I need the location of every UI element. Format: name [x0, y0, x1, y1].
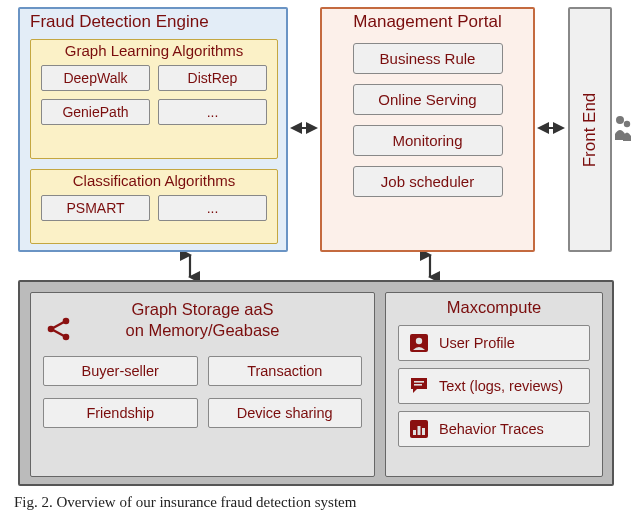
figure-caption: Fig. 2. Overview of our insurance fraud …: [14, 494, 356, 511]
mx-user-profile-label: User Profile: [439, 335, 515, 351]
arrow-fraud-mgmt: [289, 118, 319, 138]
mx-behavior-label: Behavior Traces: [439, 421, 544, 437]
mx-behavior: Behavior Traces: [398, 411, 590, 447]
mx-text-label: Text (logs, reviews): [439, 378, 563, 394]
algo-distrep: DistRep: [158, 65, 267, 91]
svg-rect-17: [418, 426, 421, 435]
gs-friendship: Friendship: [43, 398, 198, 428]
algo-geniepath: GeniePath: [41, 99, 150, 125]
mx-text-logs: Text (logs, reviews): [398, 368, 590, 404]
management-portal-panel: Management Portal Business Rule Online S…: [320, 7, 535, 252]
algo-psmart: PSMART: [41, 195, 150, 221]
people-icon: [614, 110, 632, 148]
maxcompute-title: Maxcompute: [386, 293, 602, 318]
graph-storage-panel: Graph Storage aaS on Memory/Geabase Buye…: [30, 292, 375, 477]
fraud-engine-title: Fraud Detection Engine: [20, 9, 286, 35]
front-end-title: Front End: [580, 92, 600, 167]
svg-point-2: [616, 116, 624, 124]
mgmt-job-scheduler: Job scheduler: [353, 166, 503, 197]
mgmt-monitoring: Monitoring: [353, 125, 503, 156]
mx-user-profile: User Profile: [398, 325, 590, 361]
gs-device-sharing: Device sharing: [208, 398, 363, 428]
mgmt-title: Management Portal: [322, 9, 533, 35]
storage-layer-panel: Graph Storage aaS on Memory/Geabase Buye…: [18, 280, 614, 486]
share-icon: [45, 315, 73, 347]
gs-transaction: Transaction: [208, 356, 363, 386]
maxcompute-panel: Maxcompute User Profile Text (logs, revi…: [385, 292, 603, 477]
svg-point-3: [624, 121, 630, 127]
gs-buyer-seller: Buyer-seller: [43, 356, 198, 386]
algo-more: ...: [158, 99, 267, 125]
classification-box: Classification Algorithms PSMART ...: [30, 169, 278, 244]
algo-class-more: ...: [158, 195, 267, 221]
arrow-mgmt-frontend: [536, 118, 566, 138]
svg-rect-14: [414, 384, 422, 386]
mgmt-business-rule: Business Rule: [353, 43, 503, 74]
graph-learning-box: Graph Learning Algorithms DeepWalk DistR…: [30, 39, 278, 159]
svg-rect-16: [413, 430, 416, 435]
svg-point-12: [416, 338, 422, 344]
svg-line-9: [53, 322, 64, 328]
svg-rect-18: [422, 428, 425, 435]
graph-storage-title-l1: Graph Storage aaS: [31, 299, 374, 320]
arrow-mgmt-storage: [420, 252, 440, 280]
chat-icon: [407, 374, 431, 398]
mgmt-online-serving: Online Serving: [353, 84, 503, 115]
fraud-detection-engine-panel: Fraud Detection Engine Graph Learning Al…: [18, 7, 288, 252]
user-profile-icon: [407, 331, 431, 355]
graph-storage-title-l2: on Memory/Geabase: [31, 320, 374, 341]
front-end-panel: Front End: [568, 7, 612, 252]
svg-rect-13: [414, 381, 424, 383]
arrow-fraud-storage: [180, 252, 200, 280]
bar-chart-icon: [407, 417, 431, 441]
svg-line-10: [53, 330, 64, 336]
classification-title: Classification Algorithms: [31, 170, 277, 191]
graph-learning-title: Graph Learning Algorithms: [31, 40, 277, 61]
algo-deepwalk: DeepWalk: [41, 65, 150, 91]
graph-storage-title: Graph Storage aaS on Memory/Geabase: [31, 293, 374, 342]
